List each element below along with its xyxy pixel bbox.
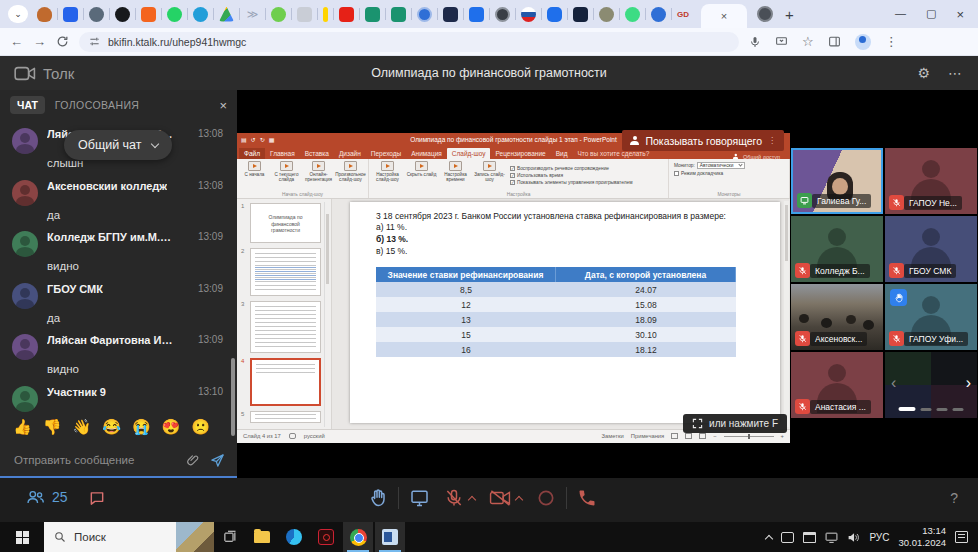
edge-browser-icon[interactable] (279, 522, 309, 552)
pinned-tab-icon[interactable] (37, 7, 52, 22)
slide-thumbnail-3[interactable]: 3 (241, 301, 321, 353)
ppt-button-hide-slide[interactable]: Скрыть слайд (405, 160, 438, 191)
pinned-tab-icon[interactable] (443, 7, 458, 22)
ppt-tab-review[interactable]: Рецензирование (490, 148, 550, 159)
leave-call-button[interactable] (577, 488, 597, 508)
notes-button[interactable]: Заметки (602, 433, 624, 439)
comments-button[interactable]: Примечания (631, 433, 664, 439)
ppt-tab-design[interactable]: Дизайн (334, 148, 366, 159)
attach-file-icon[interactable] (186, 453, 200, 467)
pinned-tab-icon[interactable] (89, 7, 104, 22)
thumbnails-scrollbar[interactable] (324, 202, 330, 427)
thumbs-down-reaction[interactable]: 👎 (43, 418, 62, 436)
pinned-tab-icon[interactable] (297, 7, 312, 22)
send-message-icon[interactable] (210, 453, 225, 468)
help-button[interactable]: ? (950, 490, 958, 506)
pinned-tab-icon[interactable]: GD (677, 7, 692, 22)
mic-options-chevron-icon[interactable] (468, 496, 476, 504)
profile-avatar[interactable] (855, 34, 871, 50)
sad-reaction[interactable]: 🙁 (191, 418, 210, 436)
pinned-tab-icon[interactable] (651, 7, 666, 22)
joy-reaction[interactable]: 😂 (102, 418, 121, 436)
window-close-button[interactable]: × (956, 7, 964, 22)
heart-eyes-reaction[interactable]: 😍 (162, 418, 181, 436)
drag-handle-icon[interactable]: ⋮ (768, 136, 776, 145)
camera-app-icon[interactable] (311, 522, 341, 552)
powerpoint-taskbar-icon[interactable] (375, 522, 405, 552)
window-minimize-button[interactable]: — (895, 7, 906, 22)
slide-thumbnail-1[interactable]: 1 Олимпиада по финансовой грамотности (241, 203, 321, 243)
show-speaker-button[interactable]: Показывать говорящего ⋮ (622, 130, 784, 151)
slide-thumbnail-2[interactable]: 2 (241, 248, 321, 296)
screen-share-button[interactable] (409, 488, 430, 508)
tab-votes[interactable]: ГОЛОСОВАНИЯ (55, 99, 140, 111)
side-panel-icon[interactable] (828, 35, 841, 48)
record-button[interactable] (536, 488, 556, 508)
pinned-tab-icon[interactable] (167, 7, 182, 22)
slide-thumbnail-4-selected[interactable]: 4 (241, 358, 321, 406)
ppt-tab-slideshow[interactable]: Слайд-шоу (447, 148, 491, 159)
address-bar[interactable]: bkifin.ktalk.ru/uhep941hwmgc (79, 32, 739, 52)
reload-icon[interactable] (56, 35, 69, 48)
ppt-tab-view[interactable]: Вид (551, 148, 573, 159)
participant-tile[interactable]: Аксеновск... (791, 284, 883, 350)
slide-thumbnail-5[interactable]: 5 (241, 411, 321, 423)
zoom-in-icon[interactable]: + (781, 433, 784, 439)
pinned-tab-icon[interactable] (599, 7, 614, 22)
participant-tile-galieva[interactable]: Галиева Гу... (791, 148, 883, 214)
zoom-slider[interactable] (724, 436, 774, 437)
ppt-button-from-current[interactable]: С текущего слайда (271, 160, 302, 191)
network-icon[interactable] (825, 532, 838, 543)
participant-tile[interactable]: Анастасия ... (791, 352, 883, 418)
microphone-muted-button[interactable] (444, 488, 464, 508)
pinned-tab-icon[interactable] (547, 7, 562, 22)
pinned-tab-icon[interactable] (193, 7, 208, 22)
pager-prev-icon[interactable]: ‹ (891, 374, 896, 392)
ppt-slide-thumbnails[interactable]: 1 Олимпиада по финансовой грамотности 2 … (237, 199, 332, 429)
volume-icon[interactable] (847, 532, 860, 543)
ppt-tab-file[interactable]: Файл (239, 148, 265, 159)
participants-count[interactable]: 25 (26, 489, 68, 505)
notification-center-icon[interactable] (955, 531, 968, 543)
zoom-out-icon[interactable]: − (713, 433, 716, 439)
active-tab[interactable]: × (701, 4, 747, 28)
participant-tile[interactable]: ГАПОУ Уфи... (885, 284, 977, 350)
pinned-tab-icon[interactable] (469, 7, 484, 22)
wave-reaction[interactable]: 👋 (72, 418, 91, 436)
language-indicator[interactable]: русский (304, 433, 325, 439)
pinned-tab-icon[interactable] (63, 7, 78, 22)
ppt-checkbox-play-narrations[interactable]: ✓Воспроизводить речевое сопровождение (510, 166, 633, 171)
thumbs-up-reaction[interactable]: 👍 (13, 418, 32, 436)
ppt-tab-home[interactable]: Главная (265, 148, 300, 159)
pinned-tab-icon[interactable] (521, 7, 536, 22)
chat-message-list[interactable]: Ляйсан Фаритовна Исламур... 13:08 слышн … (0, 122, 237, 412)
ppt-tab-animations[interactable]: Анимация (406, 148, 447, 159)
slide-scrollbar[interactable] (784, 201, 789, 427)
browser-menu-icon[interactable]: ⋮ (885, 34, 898, 49)
slide-sorter-icon[interactable] (685, 433, 692, 439)
ppt-button-from-beginning[interactable]: С начала (239, 160, 270, 191)
slideshow-view-icon[interactable] (699, 433, 706, 439)
close-chat-icon[interactable]: × (219, 98, 227, 113)
chat-toggle-icon[interactable] (88, 490, 106, 507)
ppt-button-rehearse-timings[interactable]: Настройка времени (439, 160, 472, 191)
ppt-button-setup-slideshow[interactable]: Настройка слайд-шоу (371, 160, 404, 191)
participant-tile[interactable]: ГАПОУ Не... (885, 148, 977, 214)
pinned-tab-icon[interactable] (323, 7, 328, 22)
cry-reaction[interactable]: 😭 (132, 418, 151, 436)
participant-tile[interactable]: Колледж Б... (791, 216, 883, 282)
pinned-tab-icon[interactable] (417, 7, 432, 22)
tab-chat[interactable]: ЧАТ (10, 96, 45, 114)
close-tab-icon[interactable]: × (721, 11, 727, 22)
channel-selector[interactable]: Общий чат (64, 130, 172, 160)
ppt-checkbox-show-controls[interactable]: ✓Показывать элементы управления проигрыв… (510, 180, 633, 185)
tray-folder-icon[interactable] (803, 532, 816, 543)
file-explorer-icon[interactable] (247, 522, 277, 552)
normal-view-icon[interactable] (671, 433, 678, 439)
pinned-tab-icon[interactable] (271, 7, 286, 22)
ppt-monitor-dropdown[interactable]: Автоматически (697, 162, 745, 169)
pinned-tab-icon[interactable] (391, 7, 406, 22)
site-settings-icon[interactable] (89, 36, 100, 47)
task-view-button[interactable] (215, 522, 245, 552)
pinned-tab-icon[interactable]: ≫ (245, 7, 260, 22)
